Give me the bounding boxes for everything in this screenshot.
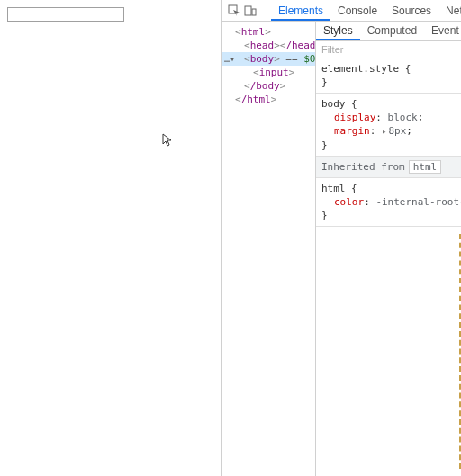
elements-dom-tree[interactable]: <html> <head></head> <body> == $0 <input… bbox=[222, 22, 316, 476]
dom-node-head[interactable]: <head></head> bbox=[222, 39, 315, 52]
page-input[interactable] bbox=[7, 7, 124, 22]
tab-network[interactable]: Network bbox=[438, 1, 461, 21]
svg-rect-2 bbox=[252, 9, 256, 15]
svg-rect-1 bbox=[245, 6, 251, 15]
devtools-panel: Elements Console Sources Network <html> … bbox=[221, 0, 461, 476]
rendered-page bbox=[0, 0, 221, 476]
mouse-cursor-icon bbox=[162, 133, 173, 148]
device-toggle-icon[interactable] bbox=[244, 3, 257, 19]
subtab-event-listeners[interactable]: Event Listener bbox=[424, 22, 461, 40]
rule-html[interactable]: html { color: -internal-root-color; } bbox=[316, 178, 461, 227]
inherited-label: Inherited from bbox=[321, 161, 405, 173]
dom-node-input[interactable]: <input> bbox=[222, 66, 315, 79]
styles-filter[interactable]: Filter bbox=[316, 41, 461, 58]
styles-subtabs: Styles Computed Event Listener bbox=[316, 22, 461, 41]
tab-console[interactable]: Console bbox=[330, 1, 384, 21]
inspect-icon[interactable] bbox=[228, 3, 240, 19]
subtab-styles[interactable]: Styles bbox=[316, 22, 360, 40]
dom-node-html[interactable]: <html> bbox=[222, 25, 315, 39]
rule-element-style[interactable]: element.style {} bbox=[316, 58, 461, 94]
inherited-tag[interactable]: html bbox=[409, 160, 442, 174]
styles-pane: Styles Computed Event Listener Filter el… bbox=[316, 22, 461, 476]
box-model-area bbox=[316, 227, 461, 476]
dom-node-html-close[interactable]: </html> bbox=[222, 93, 315, 106]
subtab-computed[interactable]: Computed bbox=[360, 22, 424, 40]
dom-node-body-selected[interactable]: <body> == $0 bbox=[222, 52, 315, 66]
tab-elements[interactable]: Elements bbox=[271, 1, 330, 21]
dom-node-body-close[interactable]: </body> bbox=[222, 79, 315, 93]
rule-body[interactable]: body { display: block; margin: ▸8px; } bbox=[316, 94, 461, 157]
devtools-panes: <html> <head></head> <body> == $0 <input… bbox=[222, 22, 461, 476]
tab-sources[interactable]: Sources bbox=[384, 1, 438, 21]
devtools-toolbar: Elements Console Sources Network bbox=[222, 0, 461, 22]
inherited-from-bar: Inherited from html bbox=[316, 157, 461, 178]
